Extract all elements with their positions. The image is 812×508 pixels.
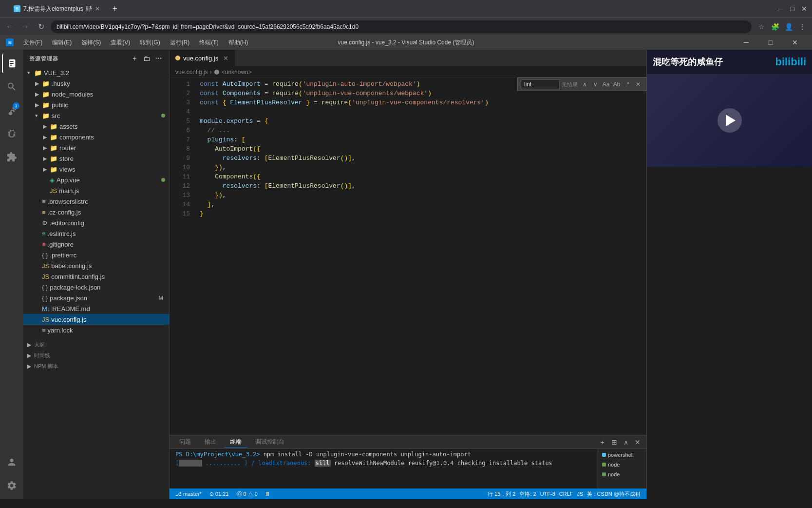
forward-button[interactable]: → <box>19 21 31 33</box>
new-file-btn[interactable]: + <box>130 54 140 63</box>
tree-public[interactable]: ▶ 📁 public <box>23 99 169 110</box>
menu-button[interactable]: ⋮ <box>796 21 808 33</box>
tree-router[interactable]: ▶ 📁 router <box>23 142 169 153</box>
tree-editorconfig[interactable]: ▶ ⚙ .editorconfig <box>23 217 169 228</box>
tree-commitlint[interactable]: ▶ JS commitlint.config.js <box>23 271 169 282</box>
menu-edit[interactable]: 编辑(E) <box>48 38 76 48</box>
status-info[interactable]: Ⅲ <box>264 488 271 499</box>
maximize-vscode[interactable]: □ <box>759 35 782 50</box>
status-errors[interactable]: ⓪ 0 △ 0 <box>235 488 260 499</box>
play-button[interactable] <box>718 108 742 133</box>
breadcrumb-item-1[interactable]: vue.config.js <box>175 69 208 76</box>
close-button[interactable]: ✕ <box>800 5 808 13</box>
account-icon[interactable] <box>2 452 21 472</box>
explorer-icon[interactable] <box>2 54 21 73</box>
find-next-btn[interactable]: ∨ <box>590 79 600 89</box>
sidebar-timeline[interactable]: ▶ 时间线 <box>23 350 169 361</box>
tree-prettierrc[interactable]: ▶ { } .prettierrc <box>23 250 169 260</box>
maximize-button[interactable]: □ <box>789 5 796 13</box>
collapse-btn[interactable]: ⋯ <box>153 54 163 63</box>
terminal-body[interactable]: PS D:\myProject\vue_3.2> npm install -D … <box>170 449 598 488</box>
tab-debug-console[interactable]: 调试控制台 <box>249 437 290 447</box>
terminal-node-2[interactable]: node <box>598 469 646 479</box>
maximize-terminal-btn[interactable]: ∧ <box>621 437 631 447</box>
status-line-col[interactable]: 行 15，列 2 <box>486 488 517 499</box>
tree-main-js[interactable]: ▶ JS main.js <box>23 185 169 196</box>
new-tab-button[interactable]: + <box>108 2 121 16</box>
find-regex-btn[interactable]: .* <box>623 79 632 89</box>
tree-yarn-lock[interactable]: ▶ ≡ yarn.lock <box>23 325 169 335</box>
tree-package-json[interactable]: ▶ { } package.json M <box>23 293 169 303</box>
tree-vue-config[interactable]: ▶ JS vue.config.js <box>23 314 169 325</box>
find-match-case-btn[interactable]: Aa <box>601 79 611 89</box>
find-word-btn[interactable]: Ab <box>612 79 622 89</box>
menu-view[interactable]: 查看(V) <box>107 38 134 48</box>
find-input[interactable] <box>521 79 560 89</box>
status-branch[interactable]: ⎇ master* <box>173 488 204 499</box>
tree-gitignore[interactable]: ▶ ≡ .gitignore <box>23 239 169 250</box>
find-prev-btn[interactable]: ∧ <box>580 79 589 89</box>
split-terminal-btn[interactable]: ⊞ <box>609 437 619 447</box>
extensions-button[interactable]: 🧩 <box>769 21 781 33</box>
find-close-btn[interactable]: ✕ <box>633 79 643 89</box>
tab-close-icon[interactable]: ✕ <box>223 55 228 62</box>
refresh-button[interactable]: ↻ <box>35 21 47 33</box>
tree-eslintrc[interactable]: ▶ ≡ .eslintrc.js <box>23 228 169 239</box>
tree-browserslistrc[interactable]: ▶ ≡ .browserslistrc <box>23 196 169 207</box>
status-sync[interactable]: ⊙ 01:21 <box>208 488 231 499</box>
close-vscode[interactable]: ✕ <box>784 35 806 50</box>
tab-terminal[interactable]: 终端 <box>224 437 247 448</box>
menu-run[interactable]: 运行(R) <box>166 38 194 48</box>
tab-vue-config[interactable]: vue.config.js ✕ <box>170 50 235 66</box>
tree-husky[interactable]: ▶ 📁 .husky <box>23 78 169 89</box>
tree-node-modules[interactable]: ▶ 📁 node_modules <box>23 89 169 99</box>
tree-package-lock[interactable]: ▶ { } package-lock.json <box>23 282 169 293</box>
extensions-icon[interactable] <box>2 147 21 167</box>
status-language[interactable]: JS <box>575 488 585 499</box>
bookmark-button[interactable]: ☆ <box>755 21 767 33</box>
sidebar-npm[interactable]: ▶ NPM 脚本 <box>23 361 169 371</box>
address-input[interactable] <box>51 20 752 33</box>
terminal-powershell[interactable]: powershell <box>598 450 646 460</box>
new-terminal-btn[interactable]: + <box>598 437 607 447</box>
search-icon[interactable] <box>2 77 21 97</box>
menu-goto[interactable]: 转到(G) <box>136 38 164 48</box>
menu-terminal[interactable]: 终端(T) <box>195 38 222 48</box>
settings-icon[interactable] <box>2 476 21 495</box>
tree-views[interactable]: ▶ 📁 views <box>23 164 169 175</box>
status-ime[interactable]: 英 : CSDN @待不成租 <box>585 488 642 499</box>
tree-root[interactable]: ▾ 📁 VUE_3.2 <box>23 67 169 78</box>
bilibili-channel-name: 混吃等死的咸鱼仔 <box>653 56 723 68</box>
tree-src[interactable]: ▾ 📁 src <box>23 110 169 121</box>
sidebar-outline[interactable]: ▶ 大纲 <box>23 339 169 350</box>
tree-store[interactable]: ▶ 📁 store <box>23 153 169 164</box>
new-folder-btn[interactable]: 🗀 <box>142 54 151 63</box>
close-terminal-btn[interactable]: ✕ <box>633 437 642 447</box>
tab-output[interactable]: 输出 <box>199 437 222 447</box>
tree-babel-config[interactable]: ▶ JS babel.config.js <box>23 260 169 271</box>
source-control-icon[interactable]: 1 <box>2 100 21 120</box>
debug-icon[interactable] <box>2 124 21 143</box>
code-editor[interactable]: 1 2 3 4 5 6 7 8 9 10 11 12 13 14 <box>170 78 646 435</box>
menu-file[interactable]: 文件(F) <box>19 38 46 48</box>
browser-tab[interactable]: B 7.按需导入elementplus_哔 ✕ <box>8 1 106 17</box>
tree-assets[interactable]: ▶ 📁 assets <box>23 121 169 132</box>
account-button[interactable]: 👤 <box>783 21 794 33</box>
tab-problems[interactable]: 问题 <box>173 437 197 447</box>
tree-cz-config[interactable]: ▶ ≡ .cz-config.js <box>23 207 169 217</box>
status-encoding[interactable]: UTF-8 <box>538 488 557 499</box>
video-thumbnail[interactable] <box>647 74 812 167</box>
back-button[interactable]: ← <box>4 21 16 33</box>
code-content[interactable]: const AutoImport = require('unplugin-aut… <box>194 78 646 435</box>
menu-help[interactable]: 帮助(H) <box>225 38 252 48</box>
tree-app-vue[interactable]: ▶ ◈ App.vue <box>23 175 169 185</box>
minimize-vscode[interactable]: ─ <box>735 35 757 50</box>
terminal-node-1[interactable]: node <box>598 460 646 469</box>
tab-close-btn[interactable]: ✕ <box>95 5 100 12</box>
menu-select[interactable]: 选择(S) <box>77 38 105 48</box>
tree-components[interactable]: ▶ 📁 components <box>23 132 169 142</box>
status-eol[interactable]: CRLF <box>557 488 575 499</box>
status-spaces[interactable]: 空格: 2 <box>517 488 538 499</box>
minimize-button[interactable]: ─ <box>777 5 785 13</box>
tree-readme[interactable]: ▶ M↓ README.md <box>23 303 169 314</box>
